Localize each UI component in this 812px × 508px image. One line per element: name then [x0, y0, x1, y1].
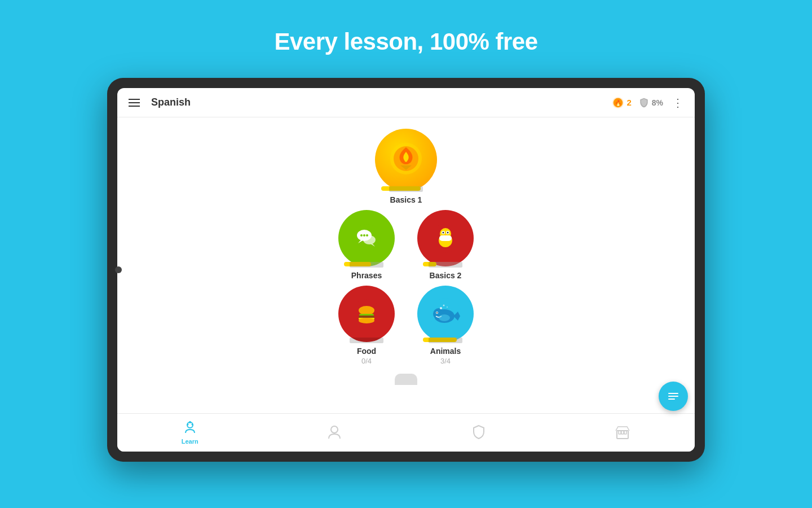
lesson-label-animals: Animals: [430, 347, 461, 356]
progress-fill-basics1: [381, 186, 421, 191]
food-icon: [350, 297, 383, 331]
app-bar: Spanish 🔥 2 8% ⋮: [117, 88, 695, 117]
svg-point-37: [447, 306, 448, 308]
shield-percent: 8%: [652, 98, 663, 107]
svg-point-38: [439, 314, 450, 321]
lesson-item-phrases[interactable]: Phrases: [338, 210, 395, 280]
tablet-frame: Spanish 🔥 2 8% ⋮: [107, 78, 705, 462]
flame-icon: 🔥: [612, 97, 624, 109]
scroll-indicator: [395, 374, 417, 385]
app-bar-actions: 🔥 2 8% ⋮: [612, 96, 686, 110]
shop-icon: [615, 424, 630, 440]
svg-point-42: [189, 421, 191, 423]
nav-item-learn[interactable]: Learn: [170, 417, 210, 448]
lesson-row-1: Phrases: [338, 210, 474, 280]
app-title: Spanish: [151, 97, 612, 108]
lesson-circle-basics1: [375, 129, 437, 191]
lesson-label-basics1: Basics 1: [390, 195, 422, 204]
tablet-camera: [115, 266, 122, 273]
lesson-circle-animals: [417, 286, 474, 342]
svg-point-12: [363, 234, 365, 237]
basics1-icon: [389, 142, 423, 178]
fab-icon: [667, 389, 680, 403]
progress-bar-basics1: [381, 186, 431, 191]
tablet-screen: Spanish 🔥 2 8% ⋮: [117, 88, 695, 452]
progress-bar-phrases: [344, 262, 389, 266]
svg-point-23: [439, 235, 452, 241]
svg-text:🔥: 🔥: [615, 99, 622, 106]
lesson-circle-food: [338, 286, 395, 342]
learn-icon: [182, 421, 198, 436]
lesson-item-animals[interactable]: Animals 3/4: [417, 286, 474, 365]
animals-icon: [427, 296, 464, 332]
lesson-label-food: Food: [357, 347, 376, 356]
xp-shield: 8%: [638, 97, 663, 108]
lesson-row-0: Basics 1: [375, 129, 437, 204]
basics2-icon: [429, 221, 462, 255]
svg-point-43: [331, 426, 338, 433]
menu-button[interactable]: [126, 97, 142, 109]
svg-rect-48: [668, 393, 678, 394]
shield-icon: [638, 97, 650, 108]
lesson-sublabel-animals: 3/4: [440, 357, 451, 365]
progress-bar-basics2: [423, 262, 468, 266]
lesson-circle-basics2: [417, 210, 474, 266]
lesson-sublabel-food: 0/4: [361, 357, 372, 365]
shield-nav-icon: [471, 424, 487, 440]
lesson-item-basics1[interactable]: Basics 1: [375, 129, 437, 204]
lesson-row-2: Food 0/4: [338, 286, 474, 365]
svg-point-9: [363, 235, 376, 244]
svg-point-40: [187, 424, 188, 426]
svg-point-20: [447, 232, 449, 234]
lesson-circle-phrases: [338, 210, 395, 266]
svg-rect-50: [668, 398, 675, 400]
main-content: Basics 1: [117, 117, 695, 413]
nav-label-learn: Learn: [182, 438, 198, 445]
lesson-item-basics2[interactable]: Basics 2: [417, 210, 474, 280]
progress-fill-phrases: [344, 262, 371, 266]
svg-rect-49: [668, 396, 678, 397]
streak-count: 2: [626, 98, 631, 107]
svg-point-36: [443, 304, 444, 306]
svg-point-29: [359, 318, 374, 323]
progress-fill-basics2: [423, 262, 436, 266]
lesson-label-basics2: Basics 2: [430, 271, 462, 280]
profile-icon: [326, 424, 342, 440]
svg-point-35: [440, 307, 442, 309]
svg-point-34: [436, 312, 438, 313]
phrases-icon: [351, 223, 382, 254]
streak-badge: 🔥 2: [612, 97, 631, 109]
svg-point-25: [359, 306, 374, 315]
fab-button[interactable]: [659, 382, 688, 411]
more-button[interactable]: ⋮: [670, 96, 686, 110]
svg-point-19: [443, 232, 444, 234]
progress-bar-animals: [423, 338, 468, 342]
bottom-nav: Learn: [117, 413, 695, 452]
nav-item-profile[interactable]: [315, 421, 354, 445]
svg-point-13: [366, 234, 368, 237]
nav-item-shop[interactable]: [603, 421, 642, 445]
lesson-label-phrases: Phrases: [351, 271, 382, 280]
page-headline: Every lesson, 100% free: [274, 28, 537, 55]
svg-point-11: [360, 234, 363, 237]
nav-item-shield[interactable]: [460, 421, 498, 445]
svg-point-41: [191, 424, 193, 426]
progress-fill-animals: [423, 338, 457, 342]
lessons-grid: Basics 1: [117, 129, 695, 385]
lesson-item-food[interactable]: Food 0/4: [338, 286, 395, 365]
